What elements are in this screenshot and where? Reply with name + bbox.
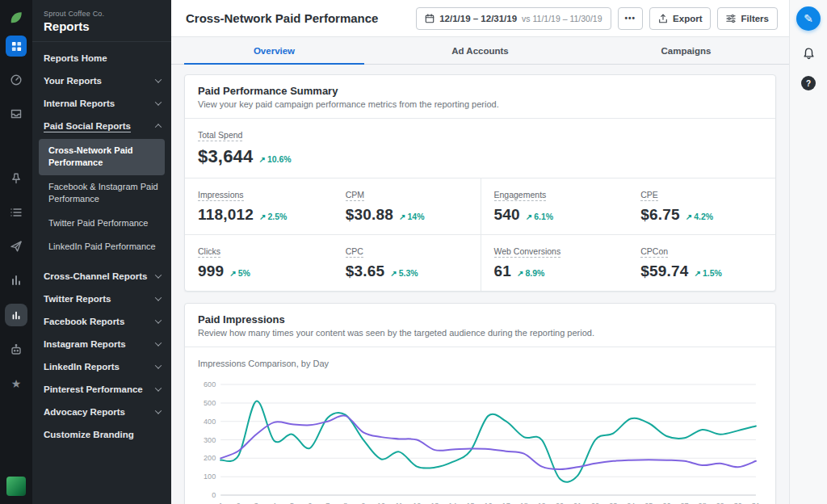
compose-pencil-icon: ✎ xyxy=(804,12,813,25)
filters-label: Filters xyxy=(741,14,769,23)
metric-label[interactable]: Web Conversions xyxy=(494,246,561,258)
export-button[interactable]: Export xyxy=(649,7,711,30)
chevron-down-icon xyxy=(155,295,162,301)
report-tabs: Overview Ad Accounts Campaigns xyxy=(171,37,789,65)
sidebar-item-your-reports[interactable]: Your Reports xyxy=(32,69,171,92)
compare-range-label: vs 11/1/19 – 11/30/19 xyxy=(522,14,602,23)
metric-label[interactable]: CPC xyxy=(346,246,363,258)
filters-button[interactable]: Filters xyxy=(717,7,778,30)
nav-automation-button[interactable] xyxy=(6,339,27,360)
nav-tasks-button[interactable] xyxy=(6,202,27,223)
chart-label: Impressions Comparison, by Day xyxy=(198,359,762,368)
date-range-button[interactable]: 12/1/19 – 12/31/19 vs 11/1/19 – 11/30/19 xyxy=(416,7,611,30)
total-spend-metric: Total Spend $3,644 ↗10.6% xyxy=(185,119,775,178)
sprout-logo[interactable] xyxy=(6,8,26,27)
sidebar-item-customize-branding[interactable]: Customize Branding xyxy=(32,423,171,446)
report-body: Paid Performance Summary View your key p… xyxy=(171,65,789,504)
nav-favorites-button[interactable]: ★ xyxy=(6,373,27,394)
trend-up-icon: ↗ xyxy=(526,212,532,221)
bell-icon xyxy=(802,47,816,61)
metric-delta: 1.5% xyxy=(703,268,722,278)
metric-value: $59.74 xyxy=(640,262,688,280)
trend-up-icon: ↗ xyxy=(695,269,701,278)
tab-overview[interactable]: Overview xyxy=(171,37,377,64)
metric-web-conversions: Web Conversions 61↗8.9% xyxy=(481,234,628,291)
metric-value: $6.75 xyxy=(640,206,680,224)
compose-button[interactable]: ✎ xyxy=(796,6,821,31)
report-header: Cross-Network Paid Performance 12/1/19 –… xyxy=(171,0,789,37)
metric-label[interactable]: CPM xyxy=(346,190,364,201)
star-icon: ★ xyxy=(11,378,22,389)
metric-delta: 6.1% xyxy=(534,212,553,221)
nav-dashboard-button[interactable] xyxy=(6,69,27,90)
metric-label[interactable]: Clicks xyxy=(198,246,220,258)
nav-reports-button-active[interactable] xyxy=(5,304,27,326)
sidebar-item-facebook-reports[interactable]: Facebook Reports xyxy=(32,310,171,333)
metric-cpc: CPC $3.65↗5.3% xyxy=(333,234,481,291)
metric-value: 999 xyxy=(198,262,224,280)
metric-value: 118,012 xyxy=(198,206,254,224)
metric-value: 61 xyxy=(494,262,512,280)
nav-publishing-button[interactable] xyxy=(6,236,27,257)
metric-impressions: Impressions 118,012↗2.5% xyxy=(185,178,333,234)
sidebar-item-internal-reports[interactable]: Internal Reports xyxy=(32,92,171,115)
paid-social-sublist: Cross-Network Paid Performance Facebook … xyxy=(32,137,171,265)
pin-icon xyxy=(10,172,23,185)
svg-text:0: 0 xyxy=(212,491,216,499)
sidebar-item-twitter-reports[interactable]: Twitter Reports xyxy=(32,288,171,310)
chevron-down-icon xyxy=(155,99,162,105)
list-icon xyxy=(10,206,23,219)
sidebar-item-instagram-reports[interactable]: Instagram Reports xyxy=(32,333,171,355)
sidebar-subitem-linkedin-paid[interactable]: LinkedIn Paid Performance xyxy=(39,235,165,258)
sidebar-item-linkedin-reports[interactable]: LinkedIn Reports xyxy=(32,355,171,378)
impressions-card-subtitle: Review how many times your content was s… xyxy=(198,328,762,338)
chevron-down-icon xyxy=(155,76,162,82)
help-button[interactable]: ? xyxy=(801,76,816,90)
filters-sliders-icon xyxy=(726,14,736,23)
sidebar-item-advocacy-reports[interactable]: Advocacy Reports xyxy=(32,401,171,423)
notifications-button[interactable] xyxy=(800,44,817,62)
trend-up-icon: ↗ xyxy=(399,212,405,221)
user-avatar[interactable] xyxy=(6,477,26,496)
metric-label-total-spend[interactable]: Total Spend xyxy=(198,130,242,141)
chevron-down-icon xyxy=(155,363,162,369)
question-mark-icon: ? xyxy=(806,79,811,88)
impressions-card-header: Paid Impressions Review how many times y… xyxy=(185,304,775,347)
tab-ad-accounts[interactable]: Ad Accounts xyxy=(377,37,583,64)
summary-card-title: Paid Performance Summary xyxy=(198,85,762,97)
metric-label[interactable]: Engagements xyxy=(494,190,547,201)
tab-campaigns[interactable]: Campaigns xyxy=(583,37,789,64)
sidebar-item-pinterest-performance[interactable]: Pinterest Performance xyxy=(32,378,171,401)
svg-text:300: 300 xyxy=(204,436,216,444)
page-title: Cross-Network Paid Performance xyxy=(186,11,409,25)
metric-value: 540 xyxy=(494,206,520,224)
sidebar-subitem-cross-network[interactable]: Cross-Network Paid Performance xyxy=(39,139,165,175)
metric-label[interactable]: Impressions xyxy=(198,190,244,201)
sidebar-item-cross-channel-reports[interactable]: Cross-Channel Reports xyxy=(32,265,171,288)
sidebar-subitem-fb-ig-paid[interactable]: Facebook & Instagram Paid Performance xyxy=(39,175,165,212)
nav-plan-button[interactable] xyxy=(6,36,27,57)
leaf-icon xyxy=(8,10,24,26)
sidebar-subitem-twitter-paid[interactable]: Twitter Paid Performance xyxy=(39,212,165,235)
trend-up-icon: ↗ xyxy=(517,269,523,278)
inbox-tray-icon xyxy=(10,107,23,120)
metric-delta: 10.6% xyxy=(267,154,292,164)
more-options-button[interactable]: ••• xyxy=(618,7,644,30)
svg-text:100: 100 xyxy=(204,472,216,481)
impressions-card-title: Paid Impressions xyxy=(198,313,762,326)
svg-text:400: 400 xyxy=(204,418,216,426)
nav-saved-button[interactable] xyxy=(6,168,27,189)
metric-value: $3.65 xyxy=(346,262,385,280)
metric-label[interactable]: CPE xyxy=(640,190,658,201)
sidebar-item-paid-social-reports[interactable]: Paid Social Reports xyxy=(32,115,171,137)
metric-cpcon: CPCon $59.74↗1.5% xyxy=(628,234,775,291)
metric-delta: 8.9% xyxy=(525,268,544,278)
svg-text:500: 500 xyxy=(204,399,216,407)
sidebar-item-reports-home[interactable]: Reports Home xyxy=(32,47,171,69)
metric-label[interactable]: CPCon xyxy=(640,246,668,258)
metric-value: $3,644 xyxy=(198,146,254,167)
nav-analytics-button[interactable] xyxy=(6,270,27,291)
export-icon xyxy=(658,14,668,23)
nav-inbox-button[interactable] xyxy=(6,103,27,124)
export-label: Export xyxy=(673,14,702,23)
